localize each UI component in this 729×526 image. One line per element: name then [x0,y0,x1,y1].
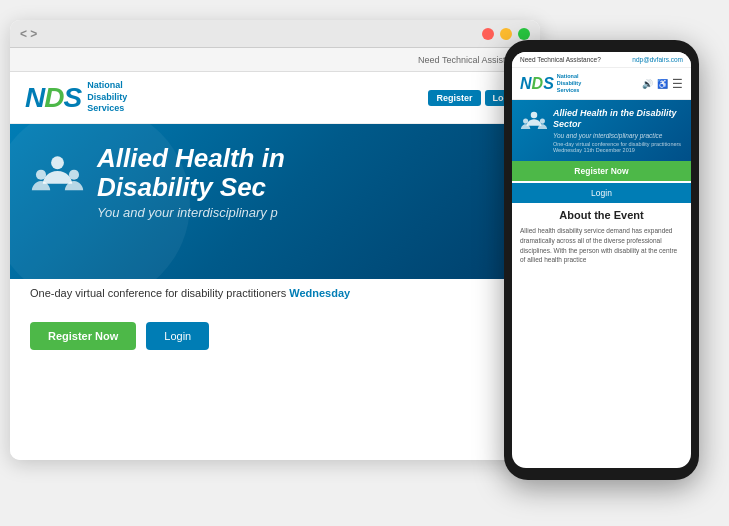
site-register-button[interactable]: Register Now [30,322,136,350]
phone-hero-subtitle: You and your interdisciplinary practice [553,132,683,139]
minimize-button[interactable] [500,28,512,40]
close-button[interactable] [482,28,494,40]
phone-header-icons: 🔊 ♿ ☰ [642,77,683,91]
svg-point-3 [531,112,538,119]
phone-assist-text: Need Technical Assistance? [520,56,601,63]
date-line: One-day virtual conference for disabilit… [10,279,540,307]
phone-email: ndp@dvfairs.com [632,56,683,63]
phone-hero-date: One-day virtual conference for disabilit… [553,141,683,153]
phone-about-text: Allied health disability service demand … [520,226,683,265]
nds-logo: NDS NationalDisabilityServices [25,80,127,115]
site-header: NDS NationalDisabilityServices Register … [10,72,540,124]
phone-hero-title: Allied Health in the Disability Sector [553,108,683,130]
hero-subtitle: You and your interdisciplinary p [97,205,520,220]
site-cta-buttons: Register Now Login [10,307,540,365]
nds-fullname: NationalDisabilityServices [87,80,127,115]
phone-screen: Need Technical Assistance? ndp@dvfairs.c… [512,52,691,468]
people-icon [30,149,85,204]
maximize-button[interactable] [518,28,530,40]
audio-icon[interactable]: 🔊 [642,79,653,89]
hero-title: Allied Health in Disability Sec [97,144,520,201]
scene: < > Need Technical Assistance? NDS Natio… [0,0,729,526]
phone-login-button[interactable]: Login [512,183,691,203]
browser-toolbar: Need Technical Assistance? [10,48,540,72]
hero-banner: Allied Health in Disability Sec You and … [10,124,540,279]
phone-about-section: About the Event Allied health disability… [512,203,691,468]
accessibility-icon[interactable]: ♿ [657,79,668,89]
phone-nds-logo: NDS NationalDisabilityServices [520,73,581,94]
phone-people-icon [520,108,548,136]
phone-about-title: About the Event [520,209,683,221]
browser-nav-icons[interactable]: < > [20,27,37,41]
browser-titlebar: < > [10,20,540,48]
svg-point-2 [69,170,79,180]
nds-abbr: NDS [25,82,81,114]
phone-nds-fullname: NationalDisabilityServices [557,73,581,94]
svg-point-1 [36,170,46,180]
menu-icon[interactable]: ☰ [672,77,683,91]
desktop-browser: < > Need Technical Assistance? NDS Natio… [10,20,540,460]
phone-register-button[interactable]: Register Now [512,161,691,181]
browser-content: NDS NationalDisabilityServices Register … [10,72,540,460]
phone-hero-text: Allied Health in the Disability Sector Y… [553,108,683,153]
phone-hero: Allied Health in the Disability Sector Y… [512,100,691,161]
phone-nds-abbr: NDS [520,75,554,93]
site-login-button[interactable]: Login [146,322,209,350]
mobile-phone: Need Technical Assistance? ndp@dvfairs.c… [504,40,699,480]
register-button[interactable]: Register [428,90,480,106]
hero-text-block: Allied Health in Disability Sec You and … [97,144,520,220]
svg-point-0 [51,156,64,169]
phone-topbar: Need Technical Assistance? ndp@dvfairs.c… [512,52,691,68]
phone-header: NDS NationalDisabilityServices 🔊 ♿ ☰ [512,68,691,100]
window-controls [482,28,530,40]
